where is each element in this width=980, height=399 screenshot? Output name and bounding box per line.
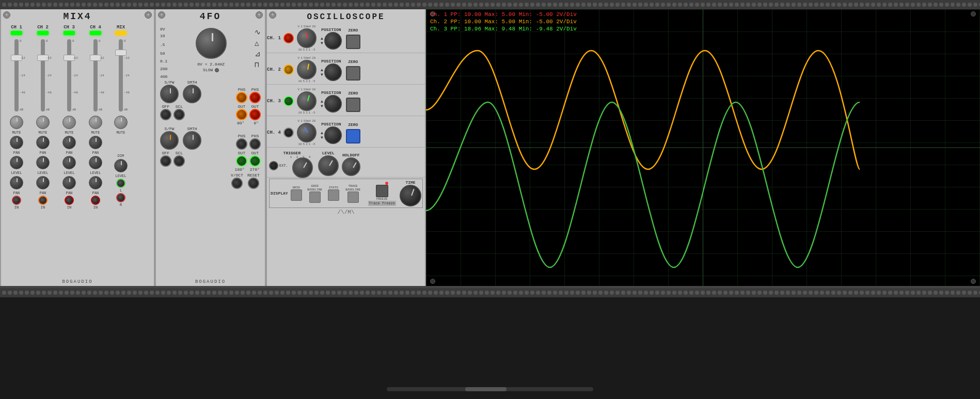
fo4-phs3-jack[interactable]	[236, 138, 247, 150]
rail-dot-bottom	[678, 291, 682, 295]
mix4-ch4-pan-knob[interactable]	[89, 136, 102, 149]
osc-ch2-pos-knob[interactable]	[324, 63, 342, 81]
mix4-ch2-pan-knob[interactable]	[36, 136, 50, 149]
osc-ch2-pos-label: POSITION	[321, 59, 341, 63]
fo4-smth-knob2[interactable]	[183, 131, 201, 150]
mix4-ch1-mute-knob[interactable]	[10, 116, 23, 129]
osc-trigger-knob[interactable]	[292, 157, 313, 178]
mix4-ch2-mute-knob[interactable]	[36, 116, 50, 129]
scrollbar-thumb[interactable]	[465, 387, 507, 391]
fo4-out3-jack[interactable]	[236, 155, 247, 167]
osc-trace-baseline-btn[interactable]	[347, 191, 359, 203]
mix4-ch3-pan-knob2[interactable]	[62, 176, 76, 189]
mix4-ch1-level-knob[interactable]	[10, 156, 23, 169]
fo4-scl-jack2[interactable]	[173, 155, 185, 167]
fo4-reset-label: RESET	[247, 173, 260, 178]
rail-dot-bottom	[110, 291, 114, 295]
mix4-mix-mute-knob[interactable]	[114, 116, 128, 129]
osc-level-knob[interactable]	[318, 155, 339, 176]
rail-dot	[485, 3, 489, 7]
osc-ch1-zero-btn[interactable]	[346, 35, 360, 49]
mix4-ch1-pan-knob[interactable]	[10, 136, 23, 149]
fo4-off-jack2[interactable]	[160, 155, 171, 167]
mix4-ch3-pan-knob[interactable]	[62, 136, 76, 149]
osc-ch4-pos-knob[interactable]	[324, 126, 342, 144]
fo4-smth-knob1[interactable]	[183, 85, 201, 103]
osc-ch4-zero-btn[interactable]	[346, 129, 360, 143]
osc-holdoff-knob[interactable]	[342, 157, 360, 176]
mix4-ch2-led[interactable]	[37, 31, 49, 35]
osc-ch2-row: CH. 2 V150mV20 10521-5 POSITION	[267, 55, 425, 85]
fo4-spw-knob1[interactable]	[160, 85, 179, 103]
fo4-scl-label1: SCL	[176, 104, 183, 109]
fo4-spw-knob2[interactable]	[160, 131, 179, 150]
osc-trigger-jack[interactable]	[269, 161, 278, 170]
fo4-voct-jack[interactable]	[231, 178, 243, 189]
mix4-mix-l-jack[interactable]	[116, 179, 125, 188]
mix4-ch1-pan-knob2[interactable]	[10, 176, 23, 189]
mix4-mix-led[interactable]	[115, 31, 127, 35]
osc-ch4-volt-knob[interactable]	[297, 123, 317, 142]
scrollbar-track[interactable]	[387, 387, 593, 391]
rail-dot	[593, 3, 597, 7]
fo4-out4-jack[interactable]	[249, 155, 261, 167]
osc-ch3-jack[interactable]	[283, 96, 294, 106]
fo4-smth-label1: SMTH	[187, 80, 197, 85]
mix4-add-left[interactable]: +	[3, 11, 10, 19]
osc-add-left[interactable]: +	[269, 11, 276, 19]
osc-ch1-pos-knob[interactable]	[324, 32, 342, 50]
mix4-ch2-pan-label2: PAN	[40, 191, 46, 195]
osc-ch2-jack[interactable]	[283, 65, 294, 75]
fo4-reset-jack[interactable]	[248, 178, 259, 189]
fo4-phs2-jack[interactable]	[249, 92, 261, 103]
mix4-mix-r-jack[interactable]	[116, 193, 125, 202]
fo4-scl-jack1[interactable]	[173, 109, 185, 120]
mix4-ch4-in-jack[interactable]	[91, 196, 100, 205]
mix4-ch4-level-knob[interactable]	[89, 156, 102, 169]
rail-dot-bottom	[530, 291, 534, 295]
osc-ch2-volt-knob[interactable]	[297, 60, 317, 79]
fo4-phs4-jack[interactable]	[249, 138, 261, 150]
mix4-ch3: CH 3 0-12-24-48dB MUTE PAN	[57, 25, 82, 278]
fo4-out2-jack[interactable]	[249, 109, 261, 120]
mix4-ch4-mute-knob[interactable]	[89, 116, 102, 129]
fo4-phs1-jack[interactable]	[236, 92, 247, 103]
mix4-ch4-led[interactable]	[90, 31, 101, 35]
rail-dot	[559, 3, 563, 7]
fo4-out1-jack[interactable]	[236, 109, 247, 120]
rail-dot-bottom	[195, 291, 199, 295]
osc-ch3-zero-btn[interactable]	[346, 98, 360, 112]
rail-dot	[508, 3, 512, 7]
mix4-mix-level-knob[interactable]	[114, 159, 128, 172]
mix4-ch1-led[interactable]	[11, 31, 22, 35]
osc-ch3-volt-scale-top: V150mV20	[298, 88, 316, 91]
mix4-ch1-in-jack[interactable]	[12, 196, 21, 205]
mix4-ch2-in-jack[interactable]	[38, 196, 48, 205]
osc-ch2-zero-btn[interactable]	[346, 66, 360, 81]
mix4-ch3-led[interactable]	[64, 31, 75, 35]
osc-freeze-btn[interactable]	[376, 185, 388, 197]
fo4-freq-knob[interactable]	[196, 28, 227, 59]
mix4-ch4-pan-knob2[interactable]	[89, 176, 102, 189]
fo4-off-jack[interactable]	[160, 109, 171, 120]
mix4-ch2-level-knob[interactable]	[36, 156, 50, 169]
fo4-add-left[interactable]: +	[158, 11, 165, 19]
osc-grid-btn[interactable]	[291, 189, 302, 201]
osc-ch3-pos-knob[interactable]	[324, 95, 342, 113]
rail-dot	[201, 3, 205, 7]
osc-stats-btn[interactable]	[328, 189, 339, 201]
mix4-ch2-pan-knob2[interactable]	[36, 176, 50, 189]
osc-ch4-jack[interactable]	[283, 127, 294, 138]
osc-ch1-jack[interactable]	[283, 33, 294, 43]
mix4-add-right[interactable]: +	[145, 11, 152, 19]
osc-ch1-volt-knob[interactable]	[297, 28, 317, 48]
rail-dot-bottom	[860, 291, 864, 295]
mix4-ch3-level-knob[interactable]	[62, 156, 76, 169]
mix4-ch3-in-jack[interactable]	[65, 196, 74, 205]
osc-grid-baseline-btn[interactable]	[309, 191, 321, 203]
mix4-ch3-mute-knob[interactable]	[62, 116, 76, 129]
osc-ch3-volt-knob[interactable]	[297, 91, 317, 111]
fo4-add-right[interactable]: +	[256, 11, 263, 19]
rail-dot	[42, 3, 46, 7]
osc-time-knob[interactable]	[400, 185, 421, 206]
